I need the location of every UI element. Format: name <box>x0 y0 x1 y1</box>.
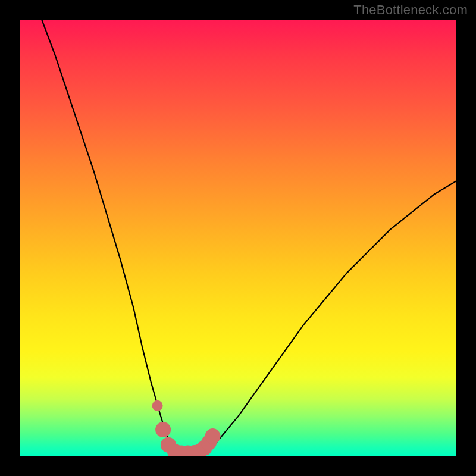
optimal-zone-dot <box>155 422 171 437</box>
bottleneck-curve <box>42 20 456 453</box>
chart-frame: TheBottleneck.com <box>0 0 476 476</box>
optimal-zone-markers <box>152 400 221 456</box>
optimal-zone-dot <box>152 400 163 411</box>
plot-area <box>20 20 456 456</box>
optimal-zone-dot <box>205 428 221 444</box>
watermark-text: TheBottleneck.com <box>353 2 468 18</box>
chart-svg <box>20 20 456 456</box>
